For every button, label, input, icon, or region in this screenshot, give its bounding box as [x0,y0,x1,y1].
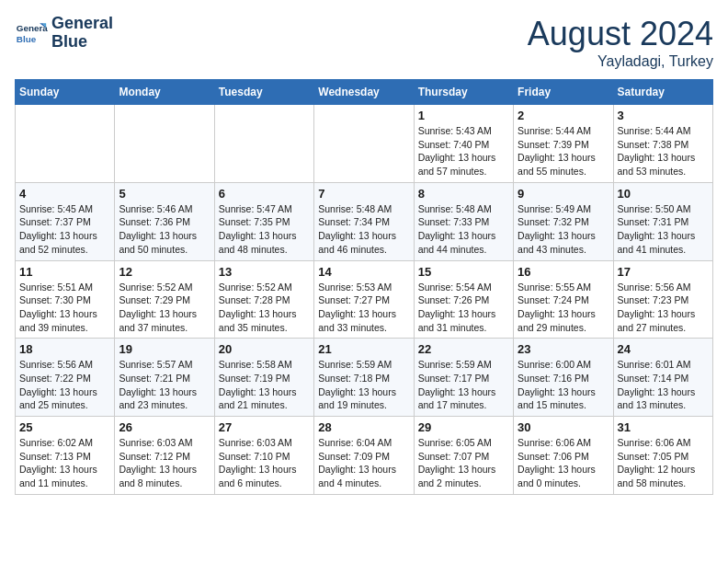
location-subtitle: Yayladagi, Turkey [528,53,713,70]
calendar-cell: 28Sunrise: 6:04 AMSunset: 7:09 PMDayligh… [314,417,414,495]
day-info: Sunrise: 5:47 AMSunset: 7:35 PMDaylight:… [219,202,310,257]
calendar-cell [214,105,313,183]
day-info: Sunrise: 6:06 AMSunset: 7:06 PMDaylight:… [518,436,609,490]
calendar-cell: 22Sunrise: 5:59 AMSunset: 7:17 PMDayligh… [414,339,513,417]
day-number: 30 [518,420,609,434]
calendar-cell: 25Sunrise: 6:02 AMSunset: 7:13 PMDayligh… [16,417,115,495]
day-info: Sunrise: 6:03 AMSunset: 7:10 PMDaylight:… [219,436,310,490]
day-info: Sunrise: 5:59 AMSunset: 7:17 PMDaylight:… [418,358,509,412]
calendar-cell: 11Sunrise: 5:51 AMSunset: 7:30 PMDayligh… [16,260,115,339]
calendar-cell [314,105,414,183]
day-info: Sunrise: 6:03 AMSunset: 7:12 PMDaylight:… [119,436,210,490]
calendar-day-header: Thursday [414,80,513,105]
calendar-cell: 18Sunrise: 5:56 AMSunset: 7:22 PMDayligh… [16,339,115,417]
day-number: 11 [19,265,110,279]
day-number: 12 [119,265,210,279]
day-number: 2 [518,109,609,122]
calendar-cell: 8Sunrise: 5:48 AMSunset: 7:33 PMDaylight… [414,182,513,260]
day-number: 20 [219,342,310,356]
day-number: 27 [219,420,310,434]
calendar-table: SundayMondayTuesdayWednesdayThursdayFrid… [15,79,713,495]
day-info: Sunrise: 5:54 AMSunset: 7:26 PMDaylight:… [418,281,509,335]
calendar-cell: 30Sunrise: 6:06 AMSunset: 7:06 PMDayligh… [514,417,613,495]
day-info: Sunrise: 5:57 AMSunset: 7:21 PMDaylight:… [119,358,210,412]
day-number: 16 [518,265,609,279]
day-info: Sunrise: 5:55 AMSunset: 7:24 PMDaylight:… [518,281,609,335]
day-number: 8 [418,187,509,201]
calendar-cell: 3Sunrise: 5:44 AMSunset: 7:38 PMDaylight… [613,105,712,183]
day-info: Sunrise: 5:45 AMSunset: 7:37 PMDaylight:… [19,202,110,257]
day-number: 13 [219,265,310,279]
day-number: 21 [318,342,409,356]
day-number: 9 [518,187,609,201]
calendar-cell: 20Sunrise: 5:58 AMSunset: 7:19 PMDayligh… [214,339,313,417]
day-info: Sunrise: 6:06 AMSunset: 7:05 PMDaylight:… [618,436,709,490]
calendar-week-row: 1Sunrise: 5:43 AMSunset: 7:40 PMDaylight… [16,105,713,183]
day-info: Sunrise: 5:56 AMSunset: 7:22 PMDaylight:… [19,358,110,412]
calendar-cell: 7Sunrise: 5:48 AMSunset: 7:34 PMDaylight… [314,182,414,260]
calendar-cell: 17Sunrise: 5:56 AMSunset: 7:23 PMDayligh… [613,260,712,339]
day-number: 29 [418,420,509,434]
day-info: Sunrise: 5:48 AMSunset: 7:33 PMDaylight:… [418,202,509,257]
calendar-week-row: 18Sunrise: 5:56 AMSunset: 7:22 PMDayligh… [16,339,713,417]
day-number: 14 [318,265,409,279]
title-section: August 2024 Yayladagi, Turkey [528,15,713,70]
calendar-cell: 19Sunrise: 5:57 AMSunset: 7:21 PMDayligh… [115,339,214,417]
calendar-day-header: Sunday [16,80,115,105]
calendar-cell: 9Sunrise: 5:49 AMSunset: 7:32 PMDaylight… [514,182,613,260]
calendar-cell [16,105,115,183]
day-number: 1 [418,109,509,122]
day-info: Sunrise: 5:51 AMSunset: 7:30 PMDaylight:… [19,281,110,335]
calendar-cell: 29Sunrise: 6:05 AMSunset: 7:07 PMDayligh… [414,417,513,495]
day-info: Sunrise: 5:56 AMSunset: 7:23 PMDaylight:… [618,281,709,335]
calendar-cell: 2Sunrise: 5:44 AMSunset: 7:39 PMDaylight… [514,105,613,183]
day-number: 26 [119,420,210,434]
calendar-cell: 27Sunrise: 6:03 AMSunset: 7:10 PMDayligh… [214,417,313,495]
calendar-cell: 23Sunrise: 6:00 AMSunset: 7:16 PMDayligh… [514,339,613,417]
calendar-header-row: SundayMondayTuesdayWednesdayThursdayFrid… [16,80,713,105]
calendar-cell [115,105,214,183]
day-number: 4 [19,187,110,201]
calendar-cell: 5Sunrise: 5:46 AMSunset: 7:36 PMDaylight… [115,182,214,260]
calendar-cell: 26Sunrise: 6:03 AMSunset: 7:12 PMDayligh… [115,417,214,495]
day-number: 17 [618,265,709,279]
calendar-week-row: 25Sunrise: 6:02 AMSunset: 7:13 PMDayligh… [16,417,713,495]
day-number: 24 [618,342,709,356]
svg-text:Blue: Blue [17,34,37,44]
day-number: 5 [119,187,210,201]
calendar-cell: 10Sunrise: 5:50 AMSunset: 7:31 PMDayligh… [613,182,712,260]
calendar-cell: 14Sunrise: 5:53 AMSunset: 7:27 PMDayligh… [314,260,414,339]
calendar-day-header: Monday [115,80,214,105]
day-number: 7 [318,187,409,201]
day-number: 3 [618,109,709,122]
calendar-cell: 1Sunrise: 5:43 AMSunset: 7:40 PMDaylight… [414,105,513,183]
calendar-cell: 24Sunrise: 6:01 AMSunset: 7:14 PMDayligh… [613,339,712,417]
day-number: 31 [618,420,709,434]
page-header: General Blue General Blue August 2024 Ya… [15,15,713,70]
calendar-cell: 15Sunrise: 5:54 AMSunset: 7:26 PMDayligh… [414,260,513,339]
day-number: 15 [418,265,509,279]
day-number: 23 [518,342,609,356]
calendar-cell: 12Sunrise: 5:52 AMSunset: 7:29 PMDayligh… [115,260,214,339]
day-info: Sunrise: 6:04 AMSunset: 7:09 PMDaylight:… [318,436,409,490]
calendar-cell: 16Sunrise: 5:55 AMSunset: 7:24 PMDayligh… [514,260,613,339]
day-info: Sunrise: 6:02 AMSunset: 7:13 PMDaylight:… [19,436,110,490]
day-number: 18 [19,342,110,356]
calendar-day-header: Saturday [613,80,712,105]
logo: General Blue General Blue [15,15,113,52]
calendar-cell: 6Sunrise: 5:47 AMSunset: 7:35 PMDaylight… [214,182,313,260]
day-info: Sunrise: 6:01 AMSunset: 7:14 PMDaylight:… [618,358,709,412]
calendar-cell: 13Sunrise: 5:52 AMSunset: 7:28 PMDayligh… [214,260,313,339]
day-info: Sunrise: 5:49 AMSunset: 7:32 PMDaylight:… [518,202,609,257]
calendar-day-header: Friday [514,80,613,105]
logo-text: General Blue [51,15,113,52]
calendar-day-header: Wednesday [314,80,414,105]
day-number: 28 [318,420,409,434]
calendar-cell: 21Sunrise: 5:59 AMSunset: 7:18 PMDayligh… [314,339,414,417]
logo-icon: General Blue [15,17,48,50]
day-number: 10 [618,187,709,201]
day-info: Sunrise: 5:44 AMSunset: 7:38 PMDaylight:… [618,124,709,178]
day-info: Sunrise: 5:50 AMSunset: 7:31 PMDaylight:… [618,202,709,257]
day-info: Sunrise: 5:46 AMSunset: 7:36 PMDaylight:… [119,202,210,257]
day-info: Sunrise: 5:52 AMSunset: 7:28 PMDaylight:… [219,281,310,335]
